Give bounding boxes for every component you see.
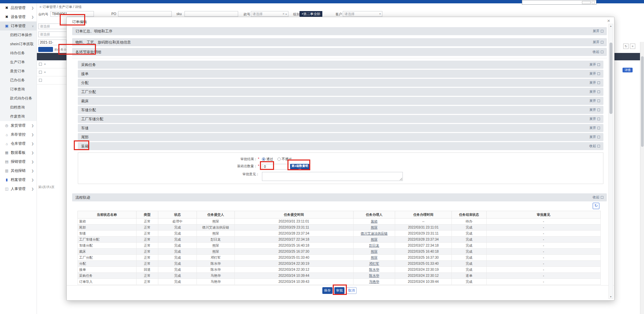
sidebar-subitem[interactable]: 款式待办任务 [0,94,37,103]
expand-toggle[interactable]: 展开 [589,80,600,85]
expand-plus-icon[interactable]: + [44,62,46,66]
collapse-toggle[interactable]: 收起 [593,195,603,200]
approval-step-bar[interactable]: 尾部展开 [78,133,603,141]
checkbox[interactable] [39,71,42,74]
sidebar-subitem[interactable]: 订单查询 [0,85,37,94]
expand-toggle[interactable]: 展开 [589,108,600,112]
sidebar-item[interactable]: ✖品控管理❯ [0,3,37,12]
expand-toggle[interactable]: 展开 [589,135,600,139]
style-select[interactable]: 请选择 × ▾ [251,11,288,17]
approval-step-bar[interactable]: 分配展开 [78,79,603,87]
scroll-up-icon[interactable]: ▲ [609,25,613,27]
sidebar-subitem[interactable]: 悬赏订单 [0,67,37,76]
approval-step-bar[interactable]: 车缝分配展开 [78,106,603,114]
po-input[interactable] [118,11,172,17]
modal-section-bar[interactable]: 订单汇总、明细和工序展开 [72,27,607,35]
bg-button-fragment[interactable] [38,47,53,52]
refresh-icon[interactable]: ↻ [623,44,629,49]
handler-link[interactable]: 马艳华 [369,280,379,284]
expand-plus-icon[interactable]: + [44,70,46,74]
approval-step-bar[interactable]: 车缝展开 [78,124,603,132]
find-bar-close-icon[interactable] [592,1,595,4]
toggle-square-icon [597,90,600,93]
modal-scrollbar[interactable]: ▲ ▼ [608,24,613,299]
clear-icon[interactable]: × [282,12,284,16]
sidebar-subitem[interactable]: 归档查询 [0,103,37,112]
sidebar-item[interactable]: ▣订单管理∨ [0,21,37,30]
expand-toggle[interactable]: 展开 [593,40,603,45]
save-button[interactable]: 保存 [322,287,332,294]
modal-section-bar[interactable]: 各环节审批明细收起 [72,48,607,56]
page-scrollbar[interactable] [640,42,644,314]
sidebar-subitem[interactable]: 已办任务 [0,76,37,85]
page-scrollbar-thumb[interactable] [641,56,644,147]
modal-scrollbar-thumb[interactable] [609,43,612,114]
approval-step-bar[interactable]: 采购任务展开 [78,61,603,69]
sidebar-item[interactable]: ◎发货管理❯ [0,121,37,130]
approval-step-bar[interactable]: 裁床展开 [78,97,603,105]
sidebar-item[interactable]: ◫人事管理❯ [0,184,37,193]
find-bar-button[interactable] [582,1,591,4]
sidebar-subitem[interactable]: shein订单抓取 [0,40,37,49]
expand-toggle[interactable]: 展开 [593,29,603,34]
handler-link[interactable]: 陈水华 [369,268,379,271]
modal-section-bar[interactable]: 物料、工艺、放码部位和其他信息展开 [72,38,607,46]
sku-input[interactable] [184,11,238,17]
table-cell: 完成 [451,255,486,261]
group-tag[interactable]: ×第二事业部 [300,11,322,17]
handler-link[interactable]: 熊琛 [371,226,377,229]
approval-step-bar[interactable]: 装箱收起 [78,142,603,150]
table-cell: 邓灯军 [197,255,234,261]
table-cell: 正常 [136,255,158,261]
detail-chip-button[interactable]: 详情 [623,68,633,72]
radio-fail[interactable]: 不通过 [277,157,292,162]
sidebar-item[interactable]: ✖设备管理❯ [0,12,37,21]
expand-toggle[interactable]: 展开 [589,117,600,121]
scroll-down-icon[interactable]: ▼ [609,296,613,298]
approve-button[interactable]: 审批 [334,287,344,294]
approval-step-bar[interactable]: 工厂分配展开 [78,88,603,96]
approval-step-bar[interactable]: 工厂车缝分配展开 [78,115,603,123]
columns-icon[interactable]: ≡ [630,44,635,49]
expand-toggle[interactable]: 展开 [589,62,600,67]
expand-toggle[interactable]: 展开 [589,99,600,103]
browser-find-bar[interactable] [522,0,596,5]
handler-link[interactable]: 熊琛 [371,238,377,241]
handler-link[interactable]: 德川艾迪法供应链 [361,232,387,235]
sidebar-subitem[interactable]: 作废查询 [0,112,37,121]
expand-toggle[interactable]: 展开 [589,89,600,94]
bg-date-input[interactable]: 2021-11- [38,40,66,45]
sidebar-item[interactable]: ⌂仓库管理❯ [0,139,37,148]
checkbox[interactable] [39,63,42,66]
handler-link[interactable]: 彭日龙 [369,244,379,247]
handler-link[interactable]: 熊琛 [371,250,377,253]
box1-qty-detail-button[interactable]: 第1箱数量明细 [290,164,310,170]
sidebar-item[interactable]: ⌂库存管控❯ [0,130,37,139]
collapse-toggle[interactable]: 收起 [589,144,600,148]
handler-link[interactable]: 邓灯军 [369,262,379,265]
customer-select[interactable]: 请选择 ▾ [343,11,382,17]
expand-toggle[interactable]: 展开 [589,126,600,130]
sidebar-subitem[interactable]: 归档订单操作 [0,30,37,40]
handler-link[interactable]: 装箱 [371,219,377,223]
sidebar-subitem[interactable]: 生产订单 [0,58,37,67]
checkbox[interactable] [39,79,42,82]
collapse-toggle[interactable]: 收起 [593,50,603,54]
approval-opinion-textarea[interactable] [262,172,403,181]
radio-pass[interactable]: 通过 [262,157,273,162]
approval-step-bar[interactable]: 接单展开 [78,70,603,78]
table-refresh-button[interactable]: ↻ [593,203,599,209]
sidebar-item[interactable]: ▮档案管理❯ [0,175,37,184]
sidebar-subitem[interactable]: 待办任务 [0,49,37,58]
handler-link[interactable]: 熊琛 [371,256,377,259]
process-track-bar[interactable]: 流程轨迹 收起 [72,193,607,201]
packing-qty-input[interactable] [262,164,291,170]
cancel-button[interactable]: 取消 [346,287,357,294]
contract-input[interactable]: T8494061 [50,11,94,17]
close-icon[interactable]: × [607,18,610,23]
sidebar-item[interactable]: ▤报销管理❯ [0,157,37,166]
sidebar-item[interactable]: ▥其他报销❯ [0,166,37,175]
handler-link[interactable]: 陈水华 [369,274,379,277]
expand-toggle[interactable]: 展开 [589,71,600,76]
sidebar-item[interactable]: ▦数据看板❯ [0,148,37,157]
